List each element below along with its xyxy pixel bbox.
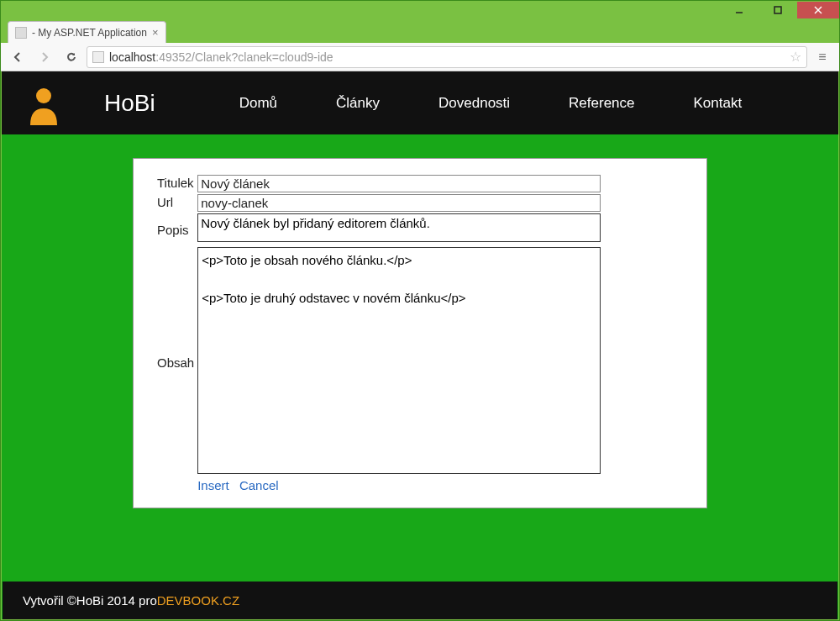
title-input[interactable] bbox=[197, 175, 601, 192]
bookmark-star-icon[interactable]: ☆ bbox=[790, 49, 801, 65]
site-header: HoBi Domů Články Dovednosti Reference Ko… bbox=[2, 71, 838, 134]
browser-tabstrip: - My ASP.NET Application × bbox=[1, 19, 839, 43]
svg-rect-1 bbox=[774, 7, 781, 13]
page-viewport: HoBi Domů Články Dovednosti Reference Ko… bbox=[2, 71, 838, 619]
browser-menu-button[interactable]: ≡ bbox=[811, 46, 834, 68]
label-url: Url bbox=[157, 193, 197, 213]
insert-link[interactable]: Insert bbox=[197, 478, 229, 492]
browser-back-button[interactable] bbox=[6, 46, 29, 68]
nav-skills[interactable]: Dovednosti bbox=[438, 95, 510, 112]
content-textarea[interactable] bbox=[197, 247, 601, 474]
browser-toolbar: localhost:49352/Clanek?clanek=cloud9-ide… bbox=[1, 43, 839, 71]
page-icon bbox=[92, 51, 104, 63]
form-actions: Insert Cancel bbox=[197, 478, 683, 492]
footer-link[interactable]: DEVBOOK.CZ bbox=[157, 593, 239, 608]
nav-articles[interactable]: Články bbox=[336, 95, 380, 112]
tab-title: - My ASP.NET Application bbox=[32, 27, 147, 39]
browser-tab[interactable]: - My ASP.NET Application × bbox=[8, 21, 166, 43]
window-minimize-button[interactable] bbox=[720, 2, 759, 18]
nav-references[interactable]: Reference bbox=[569, 95, 634, 112]
site-brand: HoBi bbox=[104, 90, 155, 117]
nav-home[interactable]: Domů bbox=[239, 95, 277, 112]
window-maximize-button[interactable] bbox=[759, 2, 797, 18]
label-desc: Popis bbox=[157, 213, 197, 246]
browser-reload-button[interactable] bbox=[60, 46, 83, 68]
svg-point-4 bbox=[36, 88, 51, 103]
window-close-button[interactable] bbox=[797, 2, 839, 18]
browser-forward-button[interactable] bbox=[33, 46, 56, 68]
avatar-icon bbox=[25, 85, 62, 122]
url-text: localhost:49352/Clanek?clanek=cloud9-ide bbox=[109, 50, 333, 64]
site-footer: Vytvořil ©HoBi 2014 pro DEVBOOK.CZ bbox=[3, 582, 837, 619]
article-form: Titulek Url Popis Obsah bbox=[157, 174, 683, 492]
nav-contact[interactable]: Kontakt bbox=[694, 95, 743, 112]
window-controls bbox=[720, 2, 839, 18]
tab-favicon-icon bbox=[15, 27, 27, 39]
os-window: - My ASP.NET Application × localhost:493… bbox=[0, 0, 840, 621]
url-path: /Clanek?clanek=cloud9-ide bbox=[192, 50, 333, 64]
url-host: localhost bbox=[109, 50, 155, 64]
content-area: Titulek Url Popis Obsah bbox=[2, 134, 838, 582]
address-bar[interactable]: localhost:49352/Clanek?clanek=cloud9-ide… bbox=[87, 46, 807, 68]
label-title: Titulek bbox=[157, 174, 197, 193]
label-content: Obsah bbox=[157, 246, 197, 478]
cancel-link[interactable]: Cancel bbox=[239, 478, 279, 492]
window-titlebar bbox=[1, 1, 839, 19]
tab-close-button[interactable]: × bbox=[152, 26, 159, 39]
url-input[interactable] bbox=[197, 194, 601, 212]
site-nav: Domů Články Dovednosti Reference Kontakt bbox=[239, 95, 742, 112]
url-port: :49352 bbox=[155, 50, 192, 64]
article-form-panel: Titulek Url Popis Obsah bbox=[133, 158, 707, 508]
desc-textarea[interactable] bbox=[197, 213, 601, 242]
footer-text: Vytvořil ©HoBi 2014 pro bbox=[23, 593, 157, 608]
